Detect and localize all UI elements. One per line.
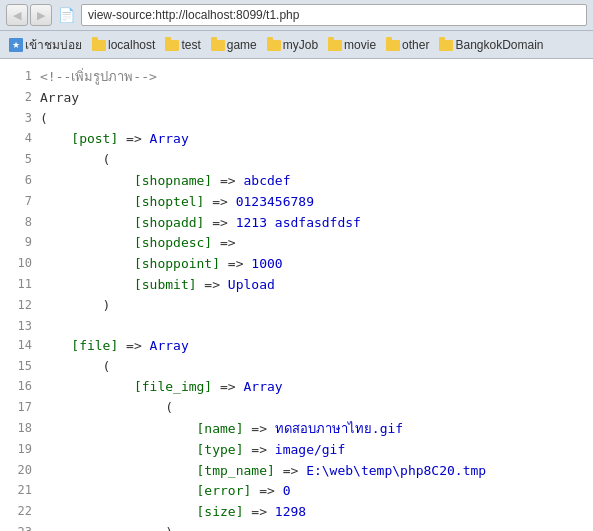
table-row: 20 [tmp_name] => E:\web\temp\php8C20.tmp xyxy=(12,461,581,482)
line-number: 10 xyxy=(12,254,40,275)
line-content: [shoptel] => 0123456789 xyxy=(40,192,314,213)
table-row: 9 [shopdesc] => xyxy=(12,233,581,254)
line-number: 1 xyxy=(12,67,40,88)
source-content: 1<!--เพิ่มรูปภาพ-->2Array3(4 [post] => A… xyxy=(0,59,593,531)
line-content: [shopadd] => 1213 asdfasdfdsf xyxy=(40,213,361,234)
table-row: 1<!--เพิ่มรูปภาพ--> xyxy=(12,67,581,88)
line-content: ( xyxy=(40,109,48,130)
folder-icon-localhost xyxy=(92,40,106,51)
table-row: 15 ( xyxy=(12,357,581,378)
line-number: 8 xyxy=(12,213,40,234)
line-content: <!--เพิ่มรูปภาพ--> xyxy=(40,67,157,88)
bookmark-frequent[interactable]: ★ เข้าชมบ่อย xyxy=(6,34,85,55)
table-row: 23 ) xyxy=(12,523,581,531)
table-row: 21 [error] => 0 xyxy=(12,481,581,502)
table-row: 13 xyxy=(12,317,581,336)
bookmark-myjob-label: myJob xyxy=(283,38,318,52)
table-row: 8 [shopadd] => 1213 asdfasdfdsf xyxy=(12,213,581,234)
page-icon: 📄 xyxy=(58,7,75,23)
table-row: 4 [post] => Array xyxy=(12,129,581,150)
bookmarks-bar: ★ เข้าชมบ่อย localhost test game myJob m… xyxy=(0,31,593,59)
folder-icon-bangkokdomain xyxy=(439,40,453,51)
line-content: [tmp_name] => E:\web\temp\php8C20.tmp xyxy=(40,461,486,482)
line-number: 22 xyxy=(12,502,40,523)
line-number: 16 xyxy=(12,377,40,398)
table-row: 14 [file] => Array xyxy=(12,336,581,357)
line-number: 6 xyxy=(12,171,40,192)
bookmark-localhost[interactable]: localhost xyxy=(89,37,158,53)
table-row: 16 [file_img] => Array xyxy=(12,377,581,398)
line-content: [file_img] => Array xyxy=(40,377,283,398)
table-row: 7 [shoptel] => 0123456789 xyxy=(12,192,581,213)
line-number: 7 xyxy=(12,192,40,213)
line-number: 4 xyxy=(12,129,40,150)
folder-icon-game xyxy=(211,40,225,51)
line-content: ) xyxy=(40,296,110,317)
line-number: 11 xyxy=(12,275,40,296)
nav-buttons: ◀ ▶ xyxy=(6,4,52,26)
folder-icon-test xyxy=(165,40,179,51)
address-bar[interactable] xyxy=(81,4,587,26)
line-number: 3 xyxy=(12,109,40,130)
table-row: 5 ( xyxy=(12,150,581,171)
table-row: 10 [shoppoint] => 1000 xyxy=(12,254,581,275)
bookmark-game[interactable]: game xyxy=(208,37,260,53)
folder-icon-other xyxy=(386,40,400,51)
line-number: 14 xyxy=(12,336,40,357)
bookmark-movie-label: movie xyxy=(344,38,376,52)
line-content: [name] => ทดสอบภาษาไทย.gif xyxy=(40,419,403,440)
table-row: 18 [name] => ทดสอบภาษาไทย.gif xyxy=(12,419,581,440)
table-row: 2Array xyxy=(12,88,581,109)
line-content: [shopname] => abcdef xyxy=(40,171,290,192)
line-content: [shoppoint] => 1000 xyxy=(40,254,283,275)
table-row: 19 [type] => image/gif xyxy=(12,440,581,461)
table-row: 3( xyxy=(12,109,581,130)
bookmark-movie[interactable]: movie xyxy=(325,37,379,53)
bookmark-bangkokdomain[interactable]: BangkokDomain xyxy=(436,37,546,53)
table-row: 6 [shopname] => abcdef xyxy=(12,171,581,192)
table-row: 22 [size] => 1298 xyxy=(12,502,581,523)
browser-window: ◀ ▶ 📄 ★ เข้าชมบ่อย localhost test game m… xyxy=(0,0,593,531)
line-number: 12 xyxy=(12,296,40,317)
line-content: ) xyxy=(40,523,173,531)
forward-button[interactable]: ▶ xyxy=(30,4,52,26)
line-content: Array xyxy=(40,88,79,109)
line-content: [post] => Array xyxy=(40,129,189,150)
table-row: 12 ) xyxy=(12,296,581,317)
line-number: 20 xyxy=(12,461,40,482)
line-number: 5 xyxy=(12,150,40,171)
bookmark-test[interactable]: test xyxy=(162,37,203,53)
line-content: ( xyxy=(40,398,173,419)
bookmark-frequent-label: เข้าชมบ่อย xyxy=(25,35,82,54)
folder-icon-myjob xyxy=(267,40,281,51)
bookmark-other[interactable]: other xyxy=(383,37,432,53)
line-number: 9 xyxy=(12,233,40,254)
line-content: [submit] => Upload xyxy=(40,275,275,296)
back-button[interactable]: ◀ xyxy=(6,4,28,26)
line-content: ( xyxy=(40,357,110,378)
line-number: 18 xyxy=(12,419,40,440)
bookmark-game-label: game xyxy=(227,38,257,52)
star-icon: ★ xyxy=(9,38,23,52)
bookmark-bangkokdomain-label: BangkokDomain xyxy=(455,38,543,52)
bookmark-other-label: other xyxy=(402,38,429,52)
folder-icon-movie xyxy=(328,40,342,51)
table-row: 17 ( xyxy=(12,398,581,419)
line-content: [shopdesc] => xyxy=(40,233,244,254)
browser-toolbar: ◀ ▶ 📄 xyxy=(0,0,593,31)
bookmark-myjob[interactable]: myJob xyxy=(264,37,321,53)
line-number: 23 xyxy=(12,523,40,531)
bookmark-test-label: test xyxy=(181,38,200,52)
line-number: 15 xyxy=(12,357,40,378)
line-number: 21 xyxy=(12,481,40,502)
line-number: 2 xyxy=(12,88,40,109)
line-content: ( xyxy=(40,150,110,171)
bookmark-localhost-label: localhost xyxy=(108,38,155,52)
line-number: 19 xyxy=(12,440,40,461)
line-number: 13 xyxy=(12,317,40,336)
line-content: [size] => 1298 xyxy=(40,502,306,523)
line-content: [error] => 0 xyxy=(40,481,290,502)
table-row: 11 [submit] => Upload xyxy=(12,275,581,296)
line-content: [file] => Array xyxy=(40,336,189,357)
line-number: 17 xyxy=(12,398,40,419)
